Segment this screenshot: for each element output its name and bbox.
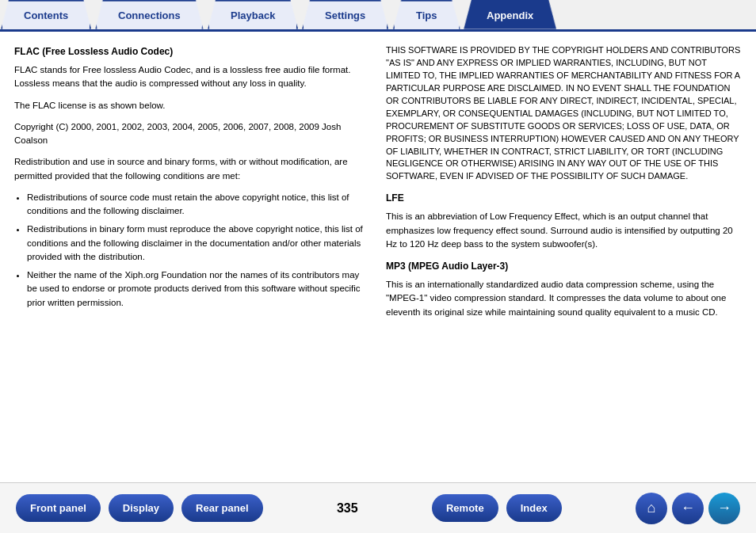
lfe-text: This is an abbreviation of Low Frequency… [386,210,742,251]
flac-para2: The FLAC license is as shown below. [14,99,370,112]
flac-para4: Redistribution and use in source and bin… [14,155,370,183]
icon-buttons: ⌂ ← → [636,493,740,524]
mp3-title: MP3 (MPEG Audio Layer-3) [386,259,742,273]
mp3-text: This is an internationally standardized … [386,278,742,319]
display-button[interactable]: Display [109,494,174,522]
bullet-1: Redistributions of source code must reta… [27,191,370,219]
front-panel-button[interactable]: Front panel [16,494,101,522]
tab-appendix[interactable]: Appendix [462,0,559,29]
left-nav-buttons: Front panel Display Rear panel [16,494,263,522]
home-button[interactable]: ⌂ [636,493,667,524]
flac-para1: FLAC stands for Free lossless Audio Code… [14,63,370,91]
tab-settings[interactable]: Settings [300,0,391,29]
right-nav-buttons: Remote Index [432,494,562,522]
bullet-3: Neither the name of the Xiph.org Foundat… [27,268,370,310]
right-column: THIS SOFTWARE IS PROVIDED BY THE COPYRIG… [386,44,742,468]
bottom-bar: Front panel Display Rear panel 335 Remot… [0,482,756,533]
flac-bullet-list: Redistributions of source code must reta… [27,191,370,310]
lfe-title: LFE [386,191,742,205]
left-column: FLAC (Free Lossless Audio Codec) FLAC st… [14,44,370,468]
tabs-bar: Contents Connections Playback Settings T… [0,0,756,32]
forward-button[interactable]: → [708,493,740,524]
tab-playback[interactable]: Playback [206,0,300,29]
rear-panel-button[interactable]: Rear panel [181,494,262,522]
index-button[interactable]: Index [506,494,562,522]
bullet-2: Redistributions in binary form must repr… [27,223,370,264]
tab-tips[interactable]: Tips [391,0,461,29]
back-button[interactable]: ← [672,493,704,524]
tab-connections[interactable]: Connections [94,0,206,29]
main-content: FLAC (Free Lossless Audio Codec) FLAC st… [0,32,756,476]
flac-para3: Copyright (C) 2000, 2001, 2002, 2003, 20… [14,120,370,148]
warranty-text: THIS SOFTWARE IS PROVIDED BY THE COPYRIG… [386,44,742,183]
tab-contents[interactable]: Contents [0,0,94,29]
remote-button[interactable]: Remote [432,494,498,522]
page-number: 335 [337,501,358,516]
flac-title: FLAC (Free Lossless Audio Codec) [14,44,370,59]
